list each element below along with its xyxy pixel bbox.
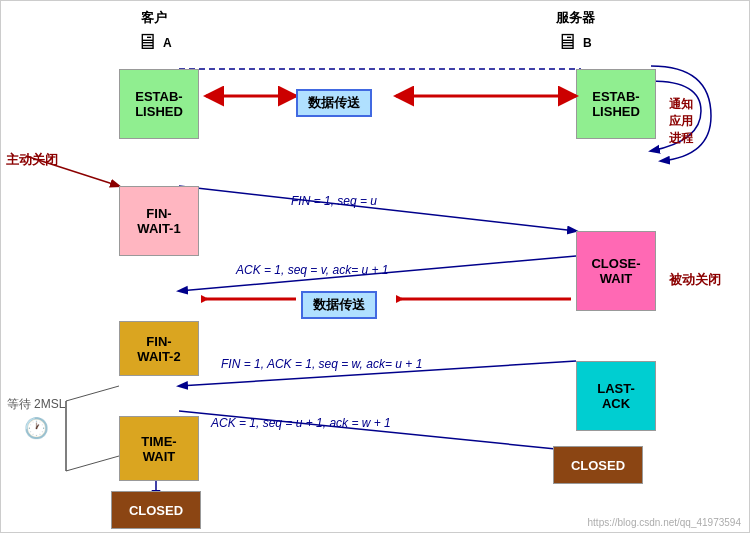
server-computer-icon: 🖥 [556,29,578,55]
state-close-wait: CLOSE- WAIT [576,231,656,311]
state-fin-wait-1: FIN- WAIT-1 [119,186,199,256]
msg1-label: FIN = 1, seq = u [291,194,377,208]
wait-2msl-label: 等待 2MSL 🕐 [6,396,66,440]
state-established-server: ESTAB- LISHED [576,69,656,139]
data-transfer-arrow-2 [201,288,301,310]
data-transfer-arrow-1 [201,85,301,107]
diagram: 客户 🖥 A 服务器 🖥 B ESTAB- LISHED FIN- WAIT-1… [0,0,750,533]
msg4-label: ACK = 1, seq = u + 1, ack = w + 1 [211,416,391,430]
msg2-label: ACK = 1, seq = v, ack= u + 1 [236,263,389,277]
state-closed-server: CLOSED [553,446,643,484]
client-label: 客户 [141,9,167,27]
state-last-ack: LAST- ACK [576,361,656,431]
notify-process-label: 通知应用进程 [669,96,693,146]
svg-line-1 [179,186,576,231]
server-sub: B [583,36,592,50]
data-transfer-2-box: 数据传送 [301,291,377,319]
state-established-client: ESTAB- LISHED [119,69,199,139]
state-time-wait: TIME- WAIT [119,416,199,481]
passive-close-label: 被动关闭 [669,271,721,289]
svg-line-8 [66,456,119,471]
svg-line-7 [66,386,119,401]
msg3-label: FIN = 1, ACK = 1, seq = w, ack= u + 1 [221,357,422,371]
state-fin-wait-2: FIN- WAIT-2 [119,321,199,376]
client-sub: A [163,36,172,50]
watermark: https://blog.csdn.net/qq_41973594 [588,517,741,528]
server-label: 服务器 [556,9,595,27]
state-closed-client: CLOSED [111,491,201,529]
data-transfer-arrow-2b [396,288,576,310]
client-computer-icon: 🖥 [136,29,158,55]
data-transfer-arrow-1b [391,85,586,107]
data-transfer-1-box: 数据传送 [296,89,372,117]
active-close-label: 主动关闭 [6,151,58,169]
